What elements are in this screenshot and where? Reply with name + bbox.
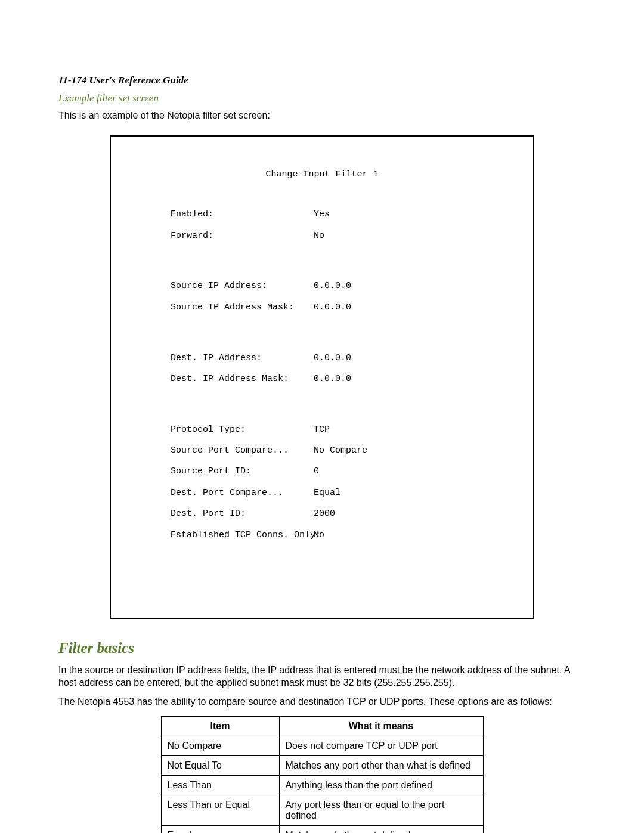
table-cell-desc: Does not compare TCP or UDP port xyxy=(279,736,483,756)
table-cell-desc: Anything less than the port defined xyxy=(279,776,483,795)
screen-label: Protocol Type: xyxy=(135,425,314,435)
table-cell-item: Equal xyxy=(161,826,279,833)
filter-basics-para1: In the source or destination IP address … xyxy=(58,664,586,689)
filter-basics-para2: The Netopia 4553 has the ability to comp… xyxy=(58,695,586,708)
screen-value: No xyxy=(314,231,324,241)
table-header-row: Item What it means xyxy=(161,717,483,736)
screen-value: TCP xyxy=(314,425,330,435)
table-cell-item: Not Equal To xyxy=(161,756,279,776)
screen-label: Enabled: xyxy=(135,209,314,220)
table-cell-desc: Matches only the port defined xyxy=(279,826,483,833)
screen-value: 0.0.0.0 xyxy=(314,374,351,385)
example-subheading: Example filter set screen xyxy=(58,92,586,104)
screen-value: 0.0.0.0 xyxy=(314,353,351,364)
table-row: Less Than or EqualAny port less than or … xyxy=(161,795,483,826)
screen-value: 0 xyxy=(314,466,319,477)
screen-label: Source IP Address Mask: xyxy=(135,302,314,313)
screen-label: Established TCP Conns. Only: xyxy=(135,530,314,541)
screen-label: Dest. Port Compare... xyxy=(135,488,314,498)
table-cell-desc: Matches any port other than what is defi… xyxy=(279,756,483,776)
table-row: EqualMatches only the port defined xyxy=(161,826,483,833)
filter-basics-heading: Filter basics xyxy=(58,640,586,657)
screen-value: 2000 xyxy=(314,509,335,519)
table-cell-desc: Any port less than or equal to the port … xyxy=(279,795,483,826)
screen-label: Dest. IP Address Mask: xyxy=(135,374,314,385)
screen-value: No Compare xyxy=(314,445,367,456)
table-row: No CompareDoes not compare TCP or UDP po… xyxy=(161,736,483,756)
screen-value: Yes xyxy=(314,209,330,220)
screen-title: Change Input Filter 1 xyxy=(135,169,509,180)
table-cell-item: No Compare xyxy=(161,736,279,756)
table-cell-item: Less Than xyxy=(161,776,279,795)
screen-label: Dest. Port ID: xyxy=(135,509,314,519)
table-cell-item: Less Than or Equal xyxy=(161,795,279,826)
table-row: Not Equal ToMatches any port other than … xyxy=(161,756,483,776)
screen-label: Dest. IP Address: xyxy=(135,353,314,364)
compare-table: Item What it means No CompareDoes not co… xyxy=(161,716,484,833)
table-header-desc: What it means xyxy=(279,717,483,736)
page-header: 11-174 User's Reference Guide xyxy=(58,75,586,86)
screen-value: 0.0.0.0 xyxy=(314,281,351,292)
screen-value: Equal xyxy=(314,488,340,498)
terminal-screen: Change Input Filter 1 Enabled:Yes Forwar… xyxy=(110,135,534,619)
table-row: Less ThanAnything less than the port def… xyxy=(161,776,483,795)
screen-value: 0.0.0.0 xyxy=(314,302,351,313)
table-header-item: Item xyxy=(161,717,279,736)
screen-label: Source Port ID: xyxy=(135,466,314,477)
screen-label: Source Port Compare... xyxy=(135,445,314,456)
example-intro: This is an example of the Netopia filter… xyxy=(58,109,586,122)
screen-label: Forward: xyxy=(135,231,314,241)
screen-label: Source IP Address: xyxy=(135,281,314,292)
screen-value: No xyxy=(314,530,324,541)
